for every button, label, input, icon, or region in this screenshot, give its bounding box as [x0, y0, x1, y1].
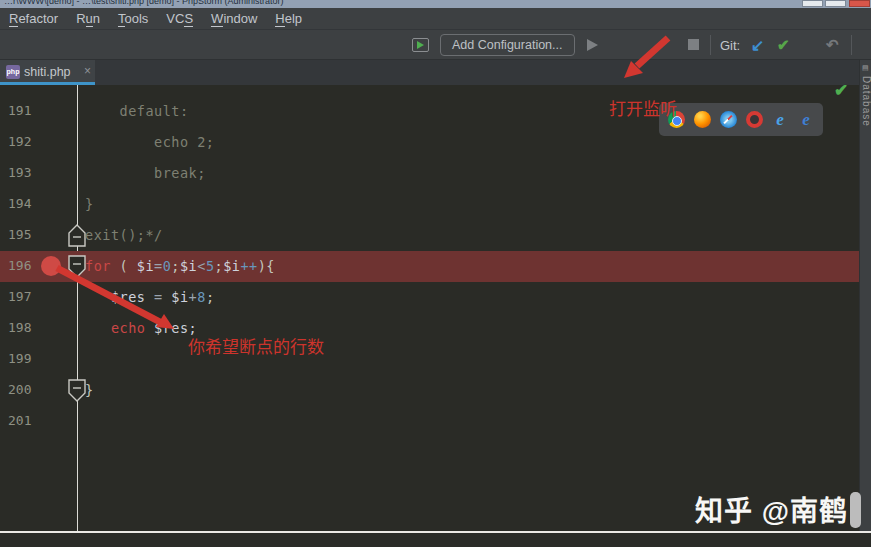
code-line-row[interactable]: 200} [0, 375, 859, 406]
tab-shiti-php[interactable]: php shiti.php × [0, 60, 95, 85]
menu-run[interactable]: Run [67, 8, 109, 26]
stop-icon[interactable] [688, 39, 699, 50]
code-text[interactable]: default: [85, 103, 189, 119]
right-tool-stripe: ▤ Database [859, 60, 871, 531]
edge-browser-icon[interactable]: e [798, 111, 815, 128]
line-number[interactable]: 198 [8, 320, 31, 335]
tab-close-icon[interactable]: × [84, 64, 91, 78]
open-in-browser-popup: ee [659, 103, 823, 136]
line-number[interactable]: 195 [8, 227, 31, 242]
window-title: …r\WWW\[demo] - …\test\shiti.php [demo] … [4, 0, 284, 6]
line-number[interactable]: 191 [8, 103, 31, 118]
code-line-row[interactable]: 197 $res = $i+8; [0, 282, 859, 313]
code-text[interactable]: echo $res; [85, 320, 197, 336]
git-label: Git: [720, 38, 740, 53]
line-number[interactable]: 197 [8, 289, 31, 304]
code-line-row[interactable]: 193 break; [0, 158, 859, 189]
line-number[interactable]: 193 [8, 165, 31, 180]
database-icon: ▤ [862, 64, 869, 72]
safari-browser-icon[interactable] [720, 111, 737, 128]
menu-refactor[interactable]: Refactor [0, 8, 67, 26]
fold-marker-up-icon[interactable] [68, 224, 86, 247]
phpstorm-window: …r\WWW\[demo] - …\test\shiti.php [demo] … [0, 0, 871, 547]
menu-help[interactable]: Help [266, 8, 311, 26]
line-number[interactable]: 192 [8, 134, 31, 149]
toolbar-separator [710, 35, 711, 55]
database-tool-button[interactable]: Database [861, 76, 871, 127]
code-line-row[interactable]: 201 [0, 406, 859, 437]
code-text[interactable]: break; [85, 165, 206, 181]
code-text[interactable]: for ( $i=0;$i<5;$i++){ [85, 258, 275, 274]
breakpoint-line-row[interactable]: 196for ( $i=0;$i<5;$i++){ [0, 251, 859, 282]
status-bar [0, 533, 871, 547]
watermark-text: 知乎 @南鹤 [695, 489, 848, 529]
line-number[interactable]: 196 [8, 258, 31, 273]
annotation-breakpoint-label: 你希望断点的行数 [188, 333, 324, 358]
fold-marker-down-icon[interactable] [68, 379, 86, 402]
minimize-button[interactable] [802, 0, 823, 7]
code-line-row[interactable]: 199 [0, 344, 859, 375]
code-line-row[interactable]: 198 echo $res; [0, 313, 859, 344]
toolbar-separator-2 [851, 35, 852, 55]
code-text[interactable]: $res = $i+8; [85, 289, 215, 305]
maximize-button[interactable] [825, 0, 846, 7]
code-line-row[interactable]: 194} [0, 189, 859, 220]
opera-browser-icon[interactable] [746, 111, 763, 128]
code-text[interactable]: } [85, 196, 94, 212]
tab-label: shiti.php [24, 65, 71, 79]
annotation-listen-label: 打开监听 [609, 95, 677, 120]
run-play-icon[interactable] [587, 39, 598, 51]
menu-bar: RefactorRunToolsVCSWindowHelp [0, 8, 871, 30]
breakpoint-dot[interactable] [41, 256, 61, 276]
code-line-row[interactable]: 195exit();*/ [0, 220, 859, 251]
line-number[interactable]: 199 [8, 351, 31, 366]
git-commit-check-icon[interactable]: ✔ [777, 36, 790, 54]
toolbar: Add Configuration... ✳ Git: ↙ ✔ ↶ [0, 30, 871, 60]
git-rollback-icon[interactable]: ↶ [826, 36, 839, 54]
code-text[interactable]: exit();*/ [85, 227, 163, 243]
php-file-icon: php [6, 65, 20, 79]
firefox-browser-icon[interactable] [694, 111, 711, 128]
code-text[interactable]: } [85, 382, 94, 398]
menu-vcs[interactable]: VCS [157, 8, 202, 26]
menu-tools[interactable]: Tools [109, 8, 157, 26]
add-configuration-button[interactable]: Add Configuration... [440, 34, 575, 56]
ie-browser-icon[interactable]: e [772, 111, 789, 128]
close-button[interactable] [849, 0, 870, 7]
fold-marker-down-icon[interactable] [68, 255, 86, 278]
line-number[interactable]: 200 [8, 382, 31, 397]
code-editor[interactable]: 191 default:192 echo 2;193 break;194}195… [0, 85, 859, 531]
title-bar: …r\WWW\[demo] - …\test\shiti.php [demo] … [0, 0, 871, 8]
line-number[interactable]: 194 [8, 196, 31, 211]
git-update-arrow-icon[interactable]: ↙ [751, 36, 764, 55]
line-number[interactable]: 201 [8, 413, 31, 428]
code-text[interactable]: echo 2; [85, 134, 214, 150]
scrollbar-thumb[interactable] [850, 492, 861, 528]
editor-tab-bar: php shiti.php × [0, 60, 871, 85]
menu-window[interactable]: Window [202, 8, 266, 26]
inspections-ok-check-icon[interactable]: ✔ [834, 80, 848, 101]
run-anything-icon[interactable] [412, 38, 429, 52]
